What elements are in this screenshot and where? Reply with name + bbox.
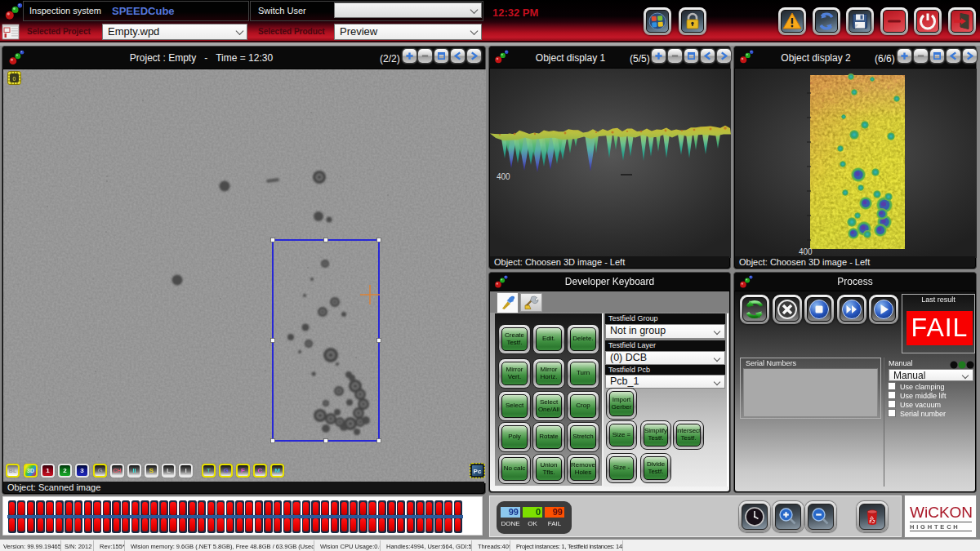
- svg-text:Pc: Pc: [474, 468, 482, 475]
- svg-text:400: 400: [799, 247, 813, 256]
- svg-text:400: 400: [497, 172, 510, 181]
- svg-text:0: 0: [13, 76, 16, 82]
